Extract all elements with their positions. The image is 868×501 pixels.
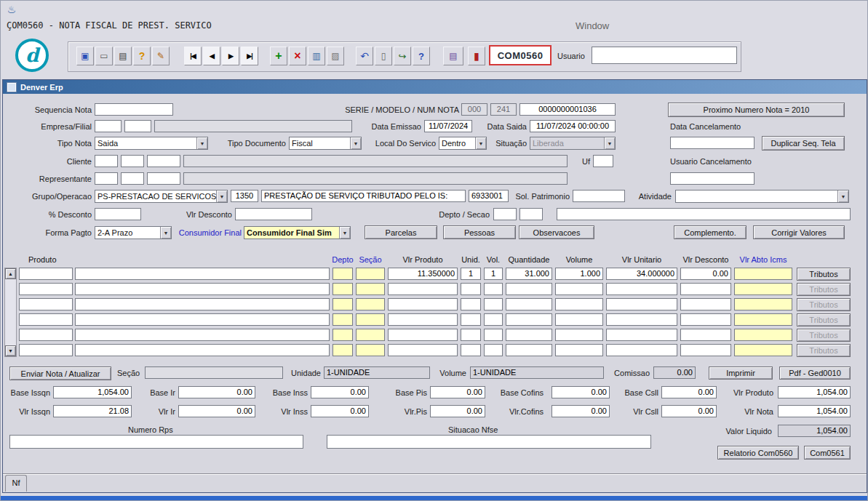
next-record-button[interactable]: ▶ <box>222 47 239 65</box>
volume-cell[interactable] <box>555 329 603 341</box>
tab-nf[interactable]: Nf <box>5 475 27 492</box>
vlr-unitario-cell[interactable] <box>606 298 677 310</box>
quantidade-cell[interactable] <box>506 344 552 356</box>
usuario-input[interactable] <box>592 47 737 64</box>
complemento-button[interactable]: Complemento. <box>674 225 746 239</box>
base-csll-field[interactable]: 0.00 <box>661 386 717 398</box>
produto-codigo-field[interactable] <box>19 283 73 295</box>
vlr-abto-icms-cell[interactable] <box>734 313 792 326</box>
unid-cell[interactable] <box>461 329 481 341</box>
vlr-ir-field[interactable]: 0.00 <box>178 405 255 417</box>
vlr-produto-cell[interactable] <box>388 329 458 341</box>
base-pis-field[interactable]: 0.00 <box>430 386 485 398</box>
vlr-csll-field[interactable]: 0.00 <box>661 405 717 417</box>
clear-button[interactable]: ▨ <box>327 47 344 65</box>
first-record-button[interactable]: |◀ <box>184 47 202 65</box>
vlr-desconto-cell[interactable]: 0.00 <box>680 268 731 280</box>
relatorio-com0560-button[interactable]: Relatorio Com0560 <box>717 446 799 460</box>
corrigir-valores-button[interactable]: Corrigir Valores <box>753 225 845 239</box>
secao-cell[interactable] <box>356 268 385 280</box>
com0561-button[interactable]: Com0561 <box>804 446 851 460</box>
tipo-nota-select[interactable]: Saida▼ <box>95 137 208 150</box>
secao-cell[interactable] <box>356 344 385 356</box>
imprimir-button[interactable]: Imprimir <box>709 366 773 380</box>
representante-field-3[interactable] <box>147 172 180 185</box>
representante-field-1[interactable] <box>95 172 118 185</box>
produto-descricao-field[interactable] <box>75 268 330 280</box>
vlr-produto-cell[interactable]: 11.350000 <box>388 268 458 280</box>
produto-codigo-field[interactable] <box>19 329 73 341</box>
vlr-produto-cell[interactable] <box>388 344 458 356</box>
observacoes-button[interactable]: Observacoes <box>519 225 594 239</box>
vlr-desconto-cell[interactable] <box>680 344 731 356</box>
vlr-nota-field[interactable]: 1,054.00 <box>778 405 851 417</box>
vlr-abto-icms-cell[interactable] <box>734 283 792 295</box>
vlr-desconto-cell[interactable] <box>680 283 731 295</box>
consumidor-final-select[interactable]: Consumidor Final Sim▼ <box>244 226 351 239</box>
filial-field[interactable] <box>124 120 151 132</box>
vlr-pis-field[interactable]: 0.00 <box>430 405 485 417</box>
depto-secao-descricao-field[interactable] <box>557 208 851 220</box>
produto-codigo-field[interactable] <box>19 268 73 280</box>
vlr-produto-cell[interactable] <box>388 298 458 310</box>
produto-codigo-field[interactable] <box>19 344 73 356</box>
vlr-produto-cell[interactable] <box>388 313 458 326</box>
grupo-codigo-field[interactable]: 6933001 <box>469 190 509 202</box>
produto-codigo-field[interactable] <box>19 313 73 326</box>
unid-cell[interactable] <box>461 283 481 295</box>
help-button[interactable]: ? <box>413 47 430 65</box>
vlr-desconto-cell[interactable] <box>680 313 731 326</box>
cliente-field-1[interactable] <box>95 155 118 167</box>
tipo-documento-select[interactable]: Fiscal▼ <box>289 137 362 150</box>
vlr-desconto-cell[interactable] <box>680 298 731 310</box>
vlr-cofins-field[interactable]: 0.00 <box>552 405 610 417</box>
exit-button[interactable]: ▮ <box>468 47 485 65</box>
quantidade-cell[interactable] <box>506 298 552 310</box>
vol-cell[interactable] <box>484 344 503 356</box>
save-button[interactable]: ▣ <box>76 47 94 65</box>
vlr-inss-field[interactable]: 0.00 <box>311 405 369 417</box>
quantidade-cell[interactable]: 31.000 <box>506 268 552 280</box>
vlr-unitario-cell[interactable] <box>606 329 677 341</box>
empresa-field[interactable] <box>95 120 122 132</box>
atividade-select[interactable]: ▼ <box>675 190 849 203</box>
menu-window[interactable]: Window <box>576 20 609 31</box>
paste-button[interactable]: ▯ <box>375 47 392 65</box>
cliente-field-3[interactable] <box>147 155 180 167</box>
insert-record-button[interactable]: + <box>270 47 287 65</box>
vlr-abto-icms-cell[interactable] <box>734 329 792 341</box>
edit-query-button[interactable]: ✎ <box>152 47 170 65</box>
vol-cell[interactable] <box>484 313 503 326</box>
sequencia-nota-field[interactable] <box>95 103 173 116</box>
find-button[interactable]: ▥ <box>308 47 325 65</box>
secao-cell[interactable] <box>356 298 385 310</box>
vlr-abto-icms-cell[interactable] <box>734 298 792 310</box>
quantidade-cell[interactable] <box>506 283 552 295</box>
depto-cell[interactable] <box>333 268 353 280</box>
base-ir-field[interactable]: 0.00 <box>178 386 255 398</box>
produto-descricao-field[interactable] <box>75 329 330 341</box>
vlr-produto-total-field[interactable]: 1,054.00 <box>778 386 851 398</box>
vlr-desconto-cell[interactable] <box>680 329 731 341</box>
quantidade-cell[interactable] <box>506 313 552 326</box>
delete-record-button[interactable]: × <box>289 47 306 65</box>
grupo-operacao-select[interactable]: PS-PRESTACAO DE SERVICOS▼ <box>95 190 228 203</box>
produto-descricao-field[interactable] <box>75 344 330 356</box>
vlr-unitario-cell[interactable] <box>606 313 677 326</box>
menu-button[interactable]: ▤ <box>443 47 463 65</box>
parcelas-button[interactable]: Parcelas <box>365 225 437 239</box>
secao-cell[interactable] <box>356 313 385 326</box>
undo-button[interactable]: ↶ <box>356 47 373 65</box>
data-emissao-field[interactable]: 11/07/2024 <box>424 120 472 132</box>
tributos-button[interactable]: Tributos <box>797 268 851 281</box>
data-saida-field[interactable]: 11/07/2024 00:00:00 <box>530 120 616 132</box>
volume-cell[interactable] <box>555 298 603 310</box>
print-button[interactable]: ▤ <box>114 47 132 65</box>
unid-cell[interactable] <box>461 298 481 310</box>
depto-cell[interactable] <box>333 344 353 356</box>
vlr-issqn-field[interactable]: 21.08 <box>53 405 132 417</box>
secao-cell[interactable] <box>356 329 385 341</box>
vol-cell[interactable]: 1 <box>484 268 503 280</box>
data-cancelamento-field[interactable] <box>670 137 754 149</box>
volume-cell[interactable] <box>555 313 603 326</box>
